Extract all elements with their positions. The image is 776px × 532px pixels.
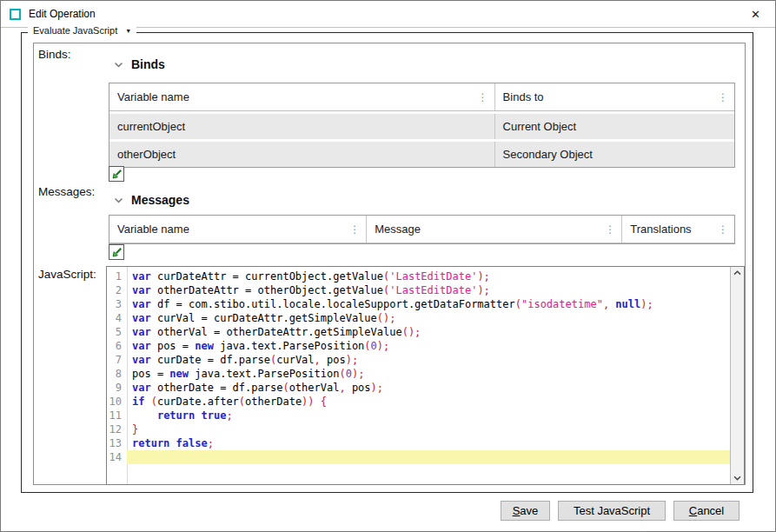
table-row: currentObjectCurrent Object <box>109 111 734 139</box>
code-line[interactable]: 11 return true; <box>107 409 730 422</box>
binds-table: Variable name⋮Binds to⋮currentObjectCurr… <box>109 83 735 168</box>
code-line[interactable]: 2var otherDateAttr = otherObject.getValu… <box>107 283 730 297</box>
cancel-button[interactable]: Cancel <box>673 501 740 521</box>
line-number: 9 <box>107 381 127 395</box>
line-number: 2 <box>107 283 127 297</box>
column-header: Message⋮ <box>367 216 622 243</box>
add-row-arrow-icon <box>111 169 123 180</box>
code-line[interactable]: 14 <box>107 450 730 464</box>
close-icon[interactable]: ✕ <box>745 6 766 23</box>
operation-type-label: Evaluate JavaScript <box>33 25 117 36</box>
messages-section-title: Messages <box>131 193 189 207</box>
footer-button-bar: Save Test JavaScript Cancel <box>501 501 740 521</box>
line-number: 3 <box>107 297 127 311</box>
code-line[interactable]: 1var curDateAttr = currentObject.getValu… <box>107 269 730 283</box>
table-cell[interactable]: Current Object <box>495 114 734 139</box>
table-cell[interactable]: currentObject <box>109 114 495 139</box>
column-header: Variable name⋮ <box>109 216 367 243</box>
messages-add-row-button[interactable] <box>109 244 124 260</box>
edit-operation-dialog: Edit Operation ✕ Evaluate JavaScript ▼ B… <box>0 0 776 532</box>
binds-section-header[interactable]: Binds <box>114 57 165 71</box>
line-number: 13 <box>107 436 127 450</box>
table-row: otherObjectSecondary Object <box>109 139 734 167</box>
column-header: Translations⋮ <box>622 216 734 243</box>
column-header-label: Variable name <box>117 90 189 103</box>
titlebar: Edit Operation ✕ <box>1 1 775 28</box>
column-header-label: Variable name <box>117 223 189 236</box>
messages-table: Variable name⋮Message⋮Translations⋮ <box>109 215 735 244</box>
binds-section-title: Binds <box>131 57 165 71</box>
table-header-row: Variable name⋮Binds to⋮ <box>109 83 734 111</box>
binds-field-label: Binds: <box>38 48 71 61</box>
code-line[interactable]: 5var otherVal = otherDateAttr.getSimpleV… <box>107 325 730 339</box>
line-number: 6 <box>107 339 127 353</box>
code-line[interactable]: 4var curVal = curDateAttr.getSimpleValue… <box>107 311 730 325</box>
binds-add-row-button[interactable] <box>109 166 124 182</box>
messages-field-label: Messages: <box>38 185 95 198</box>
javascript-code-editor[interactable]: 1var curDateAttr = currentObject.getValu… <box>106 266 745 485</box>
scroll-down-icon[interactable] <box>733 475 741 481</box>
code-line[interactable]: 3var df = com.stibo.util.locale.localeSu… <box>107 297 730 311</box>
column-header-label: Message <box>375 223 421 236</box>
operation-type-selector[interactable]: Evaluate JavaScript ▼ <box>28 25 136 36</box>
table-header-row: Variable name⋮Message⋮Translations⋮ <box>109 216 734 243</box>
column-menu-icon[interactable]: ⋮ <box>715 92 731 103</box>
column-menu-icon[interactable]: ⋮ <box>602 224 618 235</box>
line-number: 14 <box>107 450 127 464</box>
code-lines[interactable]: 1var curDateAttr = currentObject.getValu… <box>107 267 730 484</box>
column-menu-icon[interactable]: ⋮ <box>475 92 491 103</box>
line-number: 8 <box>107 367 127 381</box>
chevron-down-icon <box>114 62 123 68</box>
line-number: 1 <box>107 269 127 283</box>
column-menu-icon[interactable]: ⋮ <box>347 224 362 235</box>
test-javascript-button[interactable]: Test JavaScript <box>558 501 666 521</box>
column-header: Variable name⋮ <box>109 83 495 110</box>
window-title: Edit Operation <box>29 8 96 20</box>
code-line[interactable]: 12} <box>107 422 730 436</box>
chevron-down-icon <box>114 197 123 203</box>
line-number: 5 <box>107 325 127 339</box>
column-header-label: Translations <box>630 223 691 236</box>
line-number: 12 <box>107 422 127 436</box>
operation-groupbox: Evaluate JavaScript ▼ Binds: Binds Varia… <box>21 32 753 493</box>
code-line[interactable]: 6var pos = new java.text.ParsePosition(0… <box>107 339 730 353</box>
code-line[interactable]: 10if (curDate.after(otherDate)) { <box>107 395 730 409</box>
code-line[interactable]: 7var curDate = df.parse(curVal, pos); <box>107 353 730 367</box>
column-menu-icon[interactable]: ⋮ <box>715 224 731 235</box>
code-line[interactable]: 9var otherDate = df.parse(otherVal, pos)… <box>107 381 730 395</box>
line-number: 4 <box>107 311 127 325</box>
line-number: 10 <box>107 395 127 409</box>
scroll-up-icon[interactable] <box>733 270 741 276</box>
table-cell[interactable]: Secondary Object <box>495 142 734 167</box>
window-icon <box>10 9 21 20</box>
form-panel: Binds: Binds Variable name⋮Binds to⋮curr… <box>33 43 746 485</box>
code-line[interactable]: 8pos = new java.text.ParsePosition(0); <box>107 367 730 381</box>
dropdown-arrow-icon: ▼ <box>125 28 131 34</box>
code-line[interactable]: 13return false; <box>107 436 730 450</box>
column-header: Binds to⋮ <box>495 83 734 110</box>
column-header-label: Binds to <box>503 90 544 103</box>
javascript-field-label: JavaScript: <box>38 268 96 281</box>
line-number: 7 <box>107 353 127 367</box>
add-row-arrow-icon <box>111 247 123 258</box>
editor-scrollbar[interactable] <box>730 267 744 484</box>
messages-section-header[interactable]: Messages <box>114 193 189 207</box>
line-number: 11 <box>107 409 127 422</box>
table-cell[interactable]: otherObject <box>109 142 495 167</box>
save-button[interactable]: Save <box>501 501 550 521</box>
